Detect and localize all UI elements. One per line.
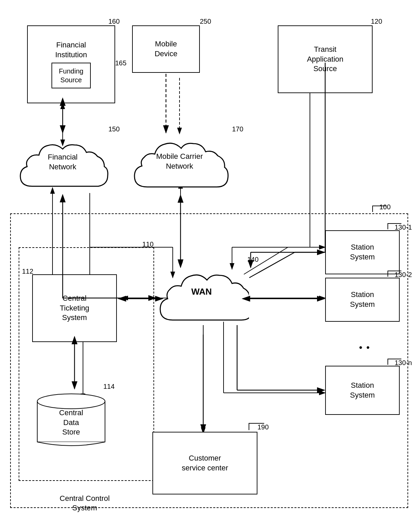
mobile-device-box: MobileDevice bbox=[132, 25, 200, 73]
station-system-1-label: StationSystem bbox=[350, 242, 375, 262]
transit-application-source-label: TransitApplicationSource bbox=[307, 45, 343, 74]
ref-114: 114 bbox=[103, 383, 114, 390]
ref-140: 140 bbox=[247, 256, 258, 263]
ref-250: 250 bbox=[200, 18, 211, 25]
customer-service-center-label: Customerservice center bbox=[182, 453, 228, 473]
station-system-n-box: StationSystem bbox=[325, 366, 400, 415]
ref-120: 120 bbox=[371, 18, 382, 25]
station-system-1-box: StationSystem bbox=[325, 230, 400, 274]
ref-160: 160 bbox=[108, 18, 120, 25]
central-ticketing-system-label: CentralTicketingSystem bbox=[60, 294, 89, 323]
transit-application-source-box: TransitApplicationSource bbox=[278, 25, 373, 93]
central-control-system-label: Central ControlSystem bbox=[22, 494, 147, 513]
financial-institution-box: FinancialInstitution FundingSource bbox=[27, 25, 115, 103]
wan-cloud: WAN bbox=[154, 262, 249, 334]
diagram-container: 160 FinancialInstitution FundingSource 1… bbox=[0, 0, 420, 530]
station-system-2-label: StationSystem bbox=[350, 290, 375, 309]
mobile-carrier-network-cloud: Mobile CarrierNetwork bbox=[127, 132, 232, 200]
ref-100-bracket bbox=[369, 203, 390, 213]
ref-150: 150 bbox=[108, 125, 120, 133]
station-system-n-label: StationSystem bbox=[350, 381, 375, 400]
svg-point-22 bbox=[37, 394, 105, 409]
station-system-2-box: StationSystem bbox=[325, 278, 400, 322]
ellipsis-dots: • • bbox=[359, 342, 370, 353]
ref-170: 170 bbox=[232, 125, 243, 133]
central-data-store-cylinder: CentralDataStore bbox=[34, 389, 108, 450]
financial-network-cloud: FinancialNetwork bbox=[14, 132, 112, 200]
ref-110: 110 bbox=[142, 240, 153, 248]
central-ticketing-system-box: CentralTicketingSystem bbox=[32, 274, 117, 342]
customer-service-center-box: Customerservice center bbox=[152, 432, 257, 494]
ref-112: 112 bbox=[22, 268, 33, 275]
ref-165: 165 bbox=[115, 59, 126, 67]
mobile-device-label: MobileDevice bbox=[154, 39, 177, 59]
